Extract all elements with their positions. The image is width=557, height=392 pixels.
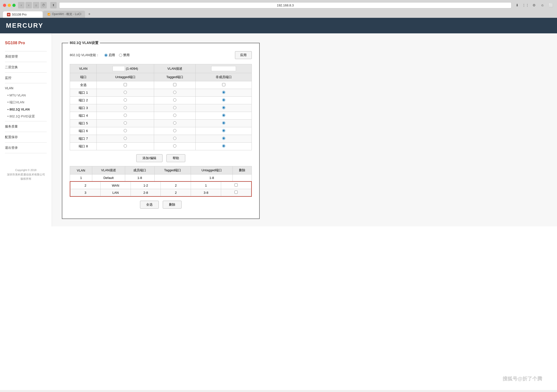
sidebar-sub-8021q-vlan[interactable]: • 802.1Q VLAN bbox=[0, 106, 52, 113]
radio-port2-untagged[interactable] bbox=[124, 98, 127, 102]
page-header: MERCURY bbox=[0, 18, 557, 33]
vlan-desc-input[interactable] bbox=[211, 66, 236, 71]
table-row-port1: 端口 1 bbox=[70, 89, 252, 97]
vlan-settings-box: 802.1Q VLAN设置 802.1Q VLAN使能： 启用 禁用 bbox=[62, 41, 260, 219]
th-vlan: VLAN bbox=[70, 64, 97, 73]
close-button[interactable] bbox=[3, 4, 6, 7]
browser-toolbar: ‹ › ⌂ ⏱ ⬆ 192.168.8.3 ⬇ ⋮⋮ ⚙ ⎋ ⬜ bbox=[0, 0, 557, 10]
th-vlan-desc-input bbox=[196, 64, 252, 73]
radio-port8-untagged[interactable] bbox=[124, 144, 127, 148]
radio-port5-nonmember[interactable] bbox=[222, 121, 225, 125]
checkbox-vlan2-delete[interactable] bbox=[234, 183, 238, 187]
port-label-2: 端口 2 bbox=[70, 97, 97, 104]
radio-port1-untagged[interactable] bbox=[124, 91, 127, 94]
home-button[interactable]: ⌂ bbox=[33, 2, 39, 8]
vlan2-desc: WAN bbox=[100, 182, 131, 189]
back-button[interactable]: ‹ bbox=[18, 2, 24, 8]
bottom-btn-row: 全选 删除 bbox=[70, 201, 252, 209]
lower-th-desc: VLAN描述 bbox=[92, 166, 125, 174]
delete-button[interactable]: 删除 bbox=[163, 201, 182, 209]
radio-port7-tagged[interactable] bbox=[173, 137, 176, 140]
vlan3-id: 3 bbox=[70, 189, 101, 196]
radio-port8-nonmember[interactable] bbox=[222, 144, 225, 148]
vlan1-untagged: 1-8 bbox=[191, 174, 232, 181]
main-content: 802.1Q VLAN设置 802.1Q VLAN使能： 启用 禁用 bbox=[52, 33, 557, 226]
sidebar-divider-8 bbox=[5, 153, 47, 153]
sidebar-item-monitor[interactable]: 监控 bbox=[0, 74, 52, 82]
checkbox-all-tagged[interactable] bbox=[173, 83, 176, 86]
settings-icon[interactable]: ⚙ bbox=[531, 2, 537, 8]
sidebar-item-vlan[interactable]: VLAN bbox=[0, 84, 52, 92]
add-edit-button[interactable]: 添加/编辑 bbox=[136, 154, 162, 162]
radio-port1-tagged[interactable] bbox=[173, 91, 176, 94]
vlan1-member: 1-8 bbox=[125, 174, 155, 181]
lower-table-wrapper: VLAN VLAN描述 成员端口 Tagged端口 Untagged端口 删除 … bbox=[70, 166, 252, 197]
checkbox-all-nonmember[interactable] bbox=[222, 83, 225, 86]
td-all-tagged bbox=[154, 81, 196, 89]
radio-port3-nonmember[interactable] bbox=[222, 106, 225, 109]
share-icon[interactable]: ⬆ bbox=[50, 2, 57, 8]
radio-enable-option[interactable]: 启用 bbox=[104, 53, 115, 57]
fullscreen-icon[interactable]: ⬜ bbox=[548, 2, 554, 8]
radio-port7-untagged[interactable] bbox=[124, 137, 127, 140]
enable-row: 802.1Q VLAN使能： 启用 禁用 应用 bbox=[70, 51, 252, 59]
share-icon2[interactable]: ⎋ bbox=[539, 2, 546, 8]
radio-disable[interactable] bbox=[119, 54, 122, 57]
sidebar-sub-mtu-vlan[interactable]: • MTU VLAN bbox=[0, 92, 52, 99]
radio-port3-untagged[interactable] bbox=[124, 106, 127, 109]
content-wrapper: SG108 Pro 系统管理 二层交换 监控 VLAN • MTU VLAN •… bbox=[0, 33, 557, 226]
sidebar-sub-pvid[interactable]: • 802.1Q PVID设置 bbox=[0, 113, 52, 120]
tab-openwrt[interactable]: 📶 OpenWrt - 概览 - LuCI bbox=[43, 11, 85, 18]
tab-favicon-sg108: M bbox=[7, 13, 10, 16]
checkbox-vlan3-delete[interactable] bbox=[234, 191, 238, 194]
history-button[interactable]: ⏱ bbox=[40, 2, 47, 8]
radio-port1-nonmember[interactable] bbox=[222, 91, 225, 94]
radio-disable-option[interactable]: 禁用 bbox=[119, 53, 130, 57]
download-icon[interactable]: ⬇ bbox=[514, 2, 520, 8]
radio-port4-nonmember[interactable] bbox=[222, 114, 225, 117]
apply-button[interactable]: 应用 bbox=[235, 51, 252, 59]
sidebar-sub-port-vlan[interactable]: • 端口VLAN bbox=[0, 99, 52, 106]
table-row-port2: 端口 2 bbox=[70, 97, 252, 104]
sidebar-item-l2[interactable]: 二层交换 bbox=[0, 63, 52, 71]
sidebar-item-logout[interactable]: 退出登录 bbox=[0, 144, 52, 152]
radio-enable-label: 启用 bbox=[109, 53, 115, 57]
url-bar[interactable]: 192.168.8.3 bbox=[59, 2, 511, 8]
radio-port5-tagged[interactable] bbox=[173, 121, 176, 125]
radio-port2-nonmember[interactable] bbox=[222, 98, 225, 102]
radio-port7-nonmember[interactable] bbox=[222, 137, 225, 140]
logo: MERCURY bbox=[6, 22, 43, 29]
vlan-number-input[interactable] bbox=[113, 66, 125, 71]
radio-port4-untagged[interactable] bbox=[124, 114, 127, 117]
vlan2-id: 2 bbox=[70, 182, 101, 189]
window-controls bbox=[3, 4, 16, 7]
sidebar-divider-4 bbox=[5, 83, 47, 83]
radio-port2-tagged[interactable] bbox=[173, 98, 176, 102]
radio-port8-tagged[interactable] bbox=[173, 144, 176, 148]
highlighted-rows-table: 2 WAN 1-2 2 1 3 LAN 2 bbox=[70, 182, 251, 196]
radio-port6-tagged[interactable] bbox=[173, 129, 176, 132]
forward-button[interactable]: › bbox=[25, 2, 32, 8]
tab-favicon-openwrt: 📶 bbox=[47, 13, 50, 16]
tab-sg108[interactable]: M SG108 Pro bbox=[3, 11, 43, 18]
radio-enable[interactable] bbox=[104, 54, 108, 57]
radio-port5-untagged[interactable] bbox=[124, 121, 127, 125]
grid-icon[interactable]: ⋮⋮ bbox=[522, 2, 529, 8]
help-button[interactable]: 帮助 bbox=[166, 154, 185, 162]
minimize-button[interactable] bbox=[8, 4, 11, 7]
sidebar-item-system[interactable]: 系统管理 bbox=[0, 52, 52, 61]
vlan2-delete bbox=[221, 182, 251, 189]
radio-port4-tagged[interactable] bbox=[173, 114, 176, 117]
sidebar-item-config-save[interactable]: 配置保存 bbox=[0, 133, 52, 141]
new-tab-button[interactable]: + bbox=[86, 10, 93, 18]
checkbox-all-untagged[interactable] bbox=[124, 83, 127, 86]
maximize-button[interactable] bbox=[12, 4, 16, 7]
radio-port6-untagged[interactable] bbox=[124, 129, 127, 132]
radio-port3-tagged[interactable] bbox=[173, 106, 176, 109]
port-label-3: 端口 3 bbox=[70, 104, 97, 112]
radio-port6-nonmember[interactable] bbox=[222, 129, 225, 132]
select-all-button[interactable]: 全选 bbox=[140, 201, 159, 209]
sidebar-footer: Copyright © 2018 深圳市美科星通信技术有限公司 版权所有 bbox=[0, 163, 52, 186]
vlan1-tagged bbox=[155, 174, 191, 181]
sidebar-item-qos[interactable]: 服务质量 bbox=[0, 122, 52, 131]
